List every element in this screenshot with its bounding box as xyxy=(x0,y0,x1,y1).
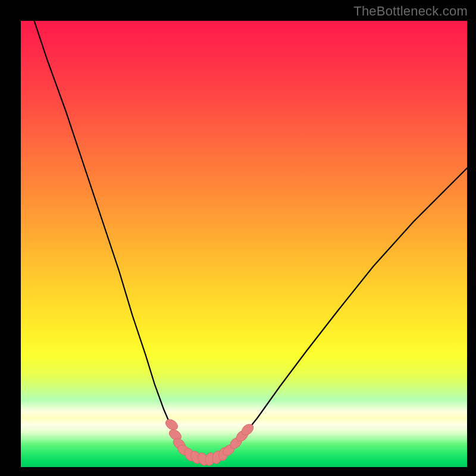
bottleneck-curve xyxy=(35,21,468,460)
marker-group xyxy=(164,417,255,466)
chart-svg xyxy=(21,21,467,467)
watermark-text: TheBottleneck.com xyxy=(353,4,468,19)
plot-area xyxy=(21,21,467,467)
chart-frame: TheBottleneck.com xyxy=(0,0,476,476)
curve-group xyxy=(35,21,468,460)
